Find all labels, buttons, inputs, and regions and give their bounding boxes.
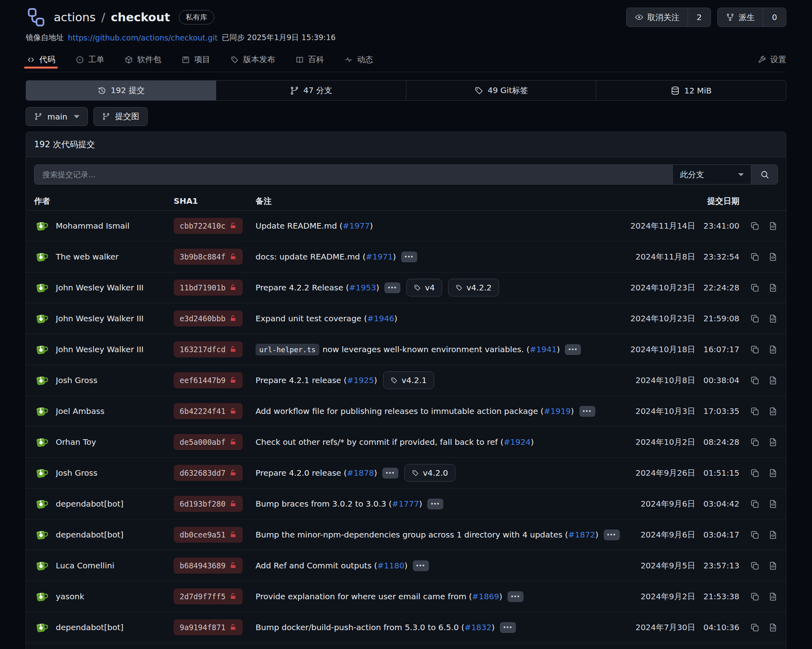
stats-branches[interactable]: 47 分支 — [216, 81, 406, 100]
tab-wiki[interactable]: 百科 — [294, 47, 325, 72]
expand-message-button[interactable]: ••• — [427, 499, 443, 509]
expand-message-button[interactable]: ••• — [401, 251, 417, 262]
copy-sha-button[interactable] — [750, 221, 760, 231]
pr-link[interactable]: #1878 — [347, 468, 374, 478]
browse-source-button[interactable] — [768, 530, 778, 540]
org-link[interactable]: actions — [54, 10, 95, 24]
copy-sha-button[interactable] — [750, 345, 760, 355]
pr-link[interactable]: #1832 — [465, 623, 492, 632]
tab-packages[interactable]: 软件包 — [124, 47, 162, 72]
browse-source-button[interactable] — [768, 314, 778, 324]
commit-message: Expand unit test coverage (#1946) — [256, 314, 630, 323]
unwatch-button[interactable]: 取消关注 — [627, 8, 688, 26]
commit-sha-badge[interactable]: eef61447b9 — [174, 372, 243, 388]
browse-source-button[interactable] — [768, 221, 778, 231]
commit-sha-badge[interactable]: d632683dd7 — [174, 465, 243, 481]
mirror-url-link[interactable]: https://github.com/actions/checkout.git — [68, 33, 218, 42]
pr-link[interactable]: #1971 — [365, 252, 393, 262]
org-avatar-icon[interactable] — [26, 7, 47, 28]
commit-sha-badge[interactable]: db0cee9a51 — [174, 527, 243, 543]
pr-link[interactable]: #1919 — [544, 406, 571, 416]
browse-source-button[interactable] — [768, 375, 778, 385]
commit-sha-badge[interactable]: 11bd71901b — [174, 280, 243, 296]
tab-code[interactable]: 代码 — [26, 47, 56, 72]
copy-sha-button[interactable] — [750, 314, 760, 324]
database-icon — [670, 86, 680, 95]
tag-chip-v4.2.1[interactable]: v4.2.1 — [383, 371, 434, 389]
stats-size[interactable]: 12 MiB — [596, 81, 786, 100]
pr-link[interactable]: #1924 — [503, 437, 531, 447]
commit-message-text: ) — [374, 468, 377, 478]
commit-sha-badge[interactable]: 3b9b8c884f — [174, 249, 243, 265]
browse-source-button[interactable] — [768, 561, 778, 571]
pr-link[interactable]: #1777 — [392, 499, 419, 509]
copy-sha-button[interactable] — [750, 592, 760, 602]
tab-activity[interactable]: 动态 — [343, 47, 374, 72]
watch-count[interactable]: 2 — [688, 8, 711, 26]
expand-message-button[interactable]: ••• — [565, 344, 581, 355]
browse-source-button[interactable] — [768, 406, 778, 416]
pr-link[interactable]: #1869 — [472, 592, 499, 601]
expand-message-button[interactable]: ••• — [384, 282, 400, 293]
commit-sha-badge[interactable]: de5a000abf — [174, 434, 243, 450]
branch-filter-select[interactable]: 此分支 — [672, 165, 751, 184]
pr-link[interactable]: #1977 — [343, 221, 370, 231]
pr-link[interactable]: #1946 — [367, 314, 394, 323]
commit-sha-badge[interactable]: cbb722410c — [174, 218, 243, 234]
commit-sha-badge[interactable]: 6d193bf280 — [174, 496, 243, 512]
stats-commits[interactable]: 192 提交 — [26, 81, 216, 100]
browse-source-button[interactable] — [768, 252, 778, 262]
commit-search-input[interactable] — [35, 165, 672, 184]
expand-message-button[interactable]: ••• — [508, 591, 524, 602]
search-button[interactable] — [751, 165, 777, 184]
browse-source-button[interactable] — [768, 468, 778, 478]
commit-sha-badge[interactable]: b684943689 — [174, 558, 243, 574]
commit-sha-badge[interactable]: 6b42224f41 — [174, 403, 243, 419]
tag-chip-v4.2.0[interactable]: v4.2.0 — [404, 464, 455, 482]
browse-source-button[interactable] — [768, 592, 778, 602]
copy-sha-button[interactable] — [750, 252, 760, 262]
tab-releases[interactable]: 版本发布 — [229, 47, 276, 72]
branch-selector[interactable]: main — [26, 107, 88, 126]
copy-sha-button[interactable] — [750, 375, 760, 385]
copy-sha-button[interactable] — [750, 283, 760, 293]
browse-source-button[interactable] — [768, 623, 778, 633]
browse-source-button[interactable] — [768, 499, 778, 509]
commit-sha-badge[interactable]: 163217dfcd — [174, 341, 243, 357]
copy-sha-button[interactable] — [750, 468, 760, 478]
fork-button[interactable]: 派生 — [718, 8, 763, 26]
browse-source-button[interactable] — [768, 283, 778, 293]
copy-sha-button[interactable] — [750, 561, 760, 571]
avatar — [34, 620, 49, 635]
commit-sha-badge[interactable]: e3d2460bbb — [174, 310, 243, 327]
commit-sha-badge[interactable]: 9a9194f871 — [174, 619, 243, 635]
pr-link[interactable]: #1180 — [377, 561, 404, 570]
fork-count[interactable]: 0 — [763, 8, 786, 26]
expand-message-button[interactable]: ••• — [413, 560, 429, 571]
browse-source-button[interactable] — [768, 345, 778, 355]
pr-link[interactable]: #1941 — [530, 345, 557, 354]
tab-projects[interactable]: 项目 — [181, 47, 211, 72]
browse-source-button[interactable] — [768, 437, 778, 447]
expand-message-button[interactable]: ••• — [500, 622, 516, 633]
copy-sha-button[interactable] — [750, 530, 760, 540]
copy-sha-button[interactable] — [750, 623, 760, 633]
expand-message-button[interactable]: ••• — [579, 406, 595, 417]
commit-sha-badge[interactable]: 2d7d9f7ff5 — [174, 588, 243, 604]
pulse-icon — [344, 55, 353, 64]
tag-chip-v4.2.2[interactable]: v4.2.2 — [448, 279, 499, 296]
stats-tags[interactable]: 49 Git标签 — [406, 81, 596, 100]
copy-sha-button[interactable] — [750, 499, 760, 509]
tab-settings[interactable]: 设置 — [757, 47, 786, 72]
pr-link[interactable]: #1953 — [349, 283, 376, 292]
repo-link[interactable]: checkout — [111, 10, 170, 24]
copy-sha-button[interactable] — [750, 406, 760, 416]
tag-chip-v4[interactable]: v4 — [406, 279, 442, 296]
pr-link[interactable]: #1872 — [568, 530, 595, 539]
pr-link[interactable]: #1925 — [347, 375, 374, 385]
expand-message-button[interactable]: ••• — [382, 468, 398, 479]
tab-issues[interactable]: 工单 — [75, 47, 105, 72]
copy-sha-button[interactable] — [750, 437, 760, 447]
expand-message-button[interactable]: ••• — [604, 529, 620, 540]
commit-graph-button[interactable]: 提交图 — [93, 107, 148, 126]
